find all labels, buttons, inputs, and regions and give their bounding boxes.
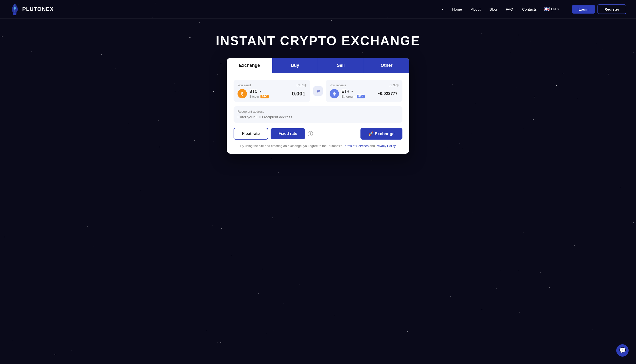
tos-link[interactable]: Terms of Services xyxy=(343,144,369,148)
register-button[interactable]: Register xyxy=(597,4,626,14)
receive-selector: ETH ▾ Ethereum ETH ~0.023777 xyxy=(330,89,398,98)
receive-fullname: Ethereum xyxy=(341,95,355,98)
exchange-row: You send 63.78$ ₿ BTC ▾ Bitcoin BTC xyxy=(234,80,402,102)
svg-marker-1 xyxy=(333,92,336,95)
disclaimer-text: By using the site and creating an exchan… xyxy=(240,144,342,148)
recipient-box: Recepient address xyxy=(234,106,402,123)
logo-icon xyxy=(10,3,20,15)
nav-faq[interactable]: FAQ xyxy=(506,7,513,11)
receive-amount: ~0.023777 xyxy=(377,91,398,96)
tab-buy[interactable]: Buy xyxy=(272,58,318,73)
nav-links: Home About Blog FAQ Contacts xyxy=(442,7,536,11)
nav-contacts[interactable]: Contacts xyxy=(522,7,536,11)
disclaimer: By using the site and creating an exchan… xyxy=(234,144,402,148)
tab-exchange[interactable]: Exchange xyxy=(227,58,272,73)
receive-box: You receive 63.37$ ETH ▾ xyxy=(326,80,402,102)
lang-chevron: ▾ xyxy=(557,7,559,11)
info-icon[interactable]: ℹ xyxy=(308,131,313,136)
send-amount[interactable]: 0.001 xyxy=(292,90,306,97)
tab-bar: Exchange Buy Sell Other xyxy=(227,58,409,73)
nav-home[interactable]: Home xyxy=(452,7,462,11)
eth-icon xyxy=(330,89,339,98)
lang-label: EN xyxy=(551,7,556,11)
nav-dot xyxy=(442,9,443,10)
chat-button[interactable]: 💬 xyxy=(616,344,628,356)
tab-sell[interactable]: Sell xyxy=(318,58,364,73)
nav-divider xyxy=(568,5,568,14)
receive-ticker[interactable]: ETH ▾ xyxy=(341,89,365,94)
tab-other[interactable]: Other xyxy=(364,58,409,73)
receive-currency-info: ETH ▾ Ethereum ETH xyxy=(341,89,365,98)
receive-chevron: ▾ xyxy=(351,90,353,93)
nav-blog[interactable]: Blog xyxy=(489,7,497,11)
receive-usd: 63.37$ xyxy=(389,83,398,87)
page-title: INSTANT CRYPTO EXCHANGE xyxy=(216,33,420,48)
send-selector: ₿ BTC ▾ Bitcoin BTC 0.001 xyxy=(238,89,306,98)
send-box: You send 63.78$ ₿ BTC ▾ Bitcoin BTC xyxy=(234,80,310,102)
privacy-link[interactable]: Privacy Policy xyxy=(376,144,396,148)
send-badge: BTC xyxy=(261,95,269,98)
recipient-label: Recepient address xyxy=(238,110,398,114)
logo-area: PLUTONEX xyxy=(10,3,442,15)
receive-label: You receive xyxy=(330,83,398,87)
receive-badge: ETH xyxy=(357,95,365,98)
send-chevron: ▾ xyxy=(260,90,261,93)
language-selector[interactable]: 🇬🇧 EN ▾ xyxy=(544,6,559,12)
send-usd: 63.78$ xyxy=(297,83,306,87)
float-rate-button[interactable]: Float rate xyxy=(234,128,268,140)
chat-icon: 💬 xyxy=(619,347,626,354)
send-currency-info: BTC ▾ Bitcoin BTC xyxy=(249,89,269,98)
login-button[interactable]: Login xyxy=(572,5,595,14)
recipient-input[interactable] xyxy=(238,115,398,119)
nav-about[interactable]: About xyxy=(471,7,481,11)
swap-button[interactable]: ⇄ xyxy=(313,86,323,96)
navbar: PLUTONEX Home About Blog FAQ Contacts 🇬🇧… xyxy=(0,0,636,18)
disclaimer-and: and xyxy=(370,144,375,148)
send-label: You send xyxy=(238,83,306,87)
send-ticker[interactable]: BTC ▾ xyxy=(249,89,269,94)
exchange-button[interactable]: 🚀 Exchange xyxy=(360,128,402,140)
card-body: You send 63.78$ ₿ BTC ▾ Bitcoin BTC xyxy=(227,73,409,154)
send-fullname: Bitcoin xyxy=(249,95,259,98)
brand-name: PLUTONEX xyxy=(22,6,54,12)
fixed-rate-button[interactable]: Fixed rate xyxy=(271,128,305,139)
main-content: INSTANT CRYPTO EXCHANGE Exchange Buy Sel… xyxy=(0,18,636,164)
btc-icon: ₿ xyxy=(238,89,247,98)
rate-row: Float rate Fixed rate ℹ 🚀 Exchange xyxy=(234,128,402,140)
svg-point-0 xyxy=(14,7,16,10)
exchange-card: Exchange Buy Sell Other You send 63.78$ … xyxy=(227,58,409,154)
